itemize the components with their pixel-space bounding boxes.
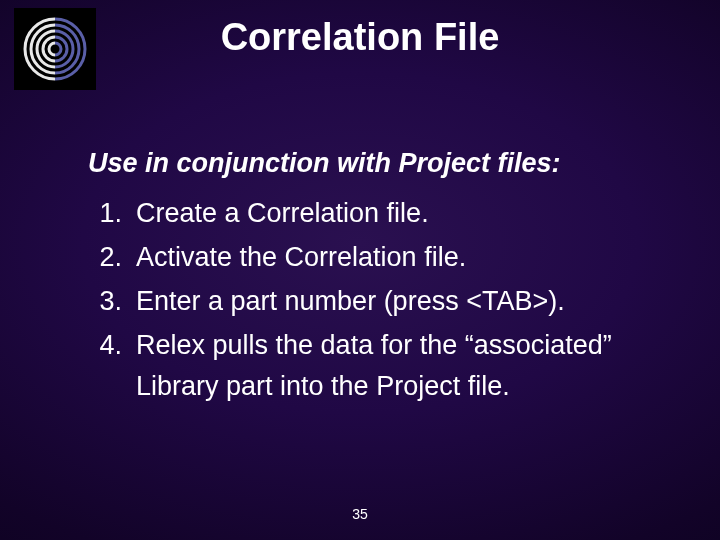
slide: Correlation File Use in conjunction with… — [0, 0, 720, 540]
slide-title: Correlation File — [0, 16, 720, 59]
page-number: 35 — [0, 506, 720, 522]
slide-body: Use in conjunction with Project files: C… — [88, 148, 680, 410]
list-item: Activate the Correlation file. — [88, 237, 680, 279]
steps-list: Create a Correlation file. Activate the … — [88, 193, 680, 408]
lead-text: Use in conjunction with Project files: — [88, 148, 680, 179]
list-item: Enter a part number (press <TAB>). — [88, 281, 680, 323]
list-item: Create a Correlation file. — [88, 193, 680, 235]
list-item: Relex pulls the data for the “associated… — [88, 325, 680, 409]
